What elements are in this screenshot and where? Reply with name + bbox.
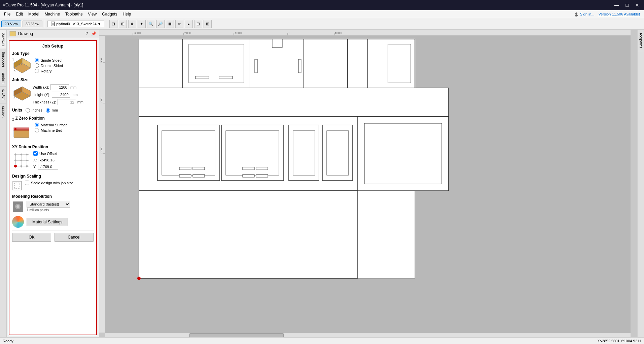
svg-point-28: [15, 160, 16, 161]
xy-datum-section: XY Datum Position: [12, 145, 94, 170]
zoom-out-button[interactable]: 🔎: [156, 20, 165, 28]
tile2-button[interactable]: ⊞: [204, 20, 212, 28]
material-settings-button[interactable]: Material Settings: [27, 218, 68, 226]
use-offset-row: Use Offset: [33, 151, 58, 156]
menu-help[interactable]: Help: [120, 11, 134, 17]
svg-point-39: [16, 205, 19, 208]
scale-design-checkbox[interactable]: [25, 181, 29, 185]
svg-rect-91: [139, 191, 358, 278]
right-tab-toolpaths[interactable]: Toolpaths: [638, 30, 644, 51]
use-offset-checkbox[interactable]: [33, 151, 38, 156]
ok-button[interactable]: OK: [12, 233, 51, 242]
z-zero-label: Z Zero Position: [15, 116, 45, 121]
svg-point-33: [26, 165, 28, 167]
canvas-svg: [105, 36, 631, 333]
x-offset-input[interactable]: [38, 157, 58, 163]
job-type-number: 1: [12, 58, 14, 62]
svg-rect-81: [243, 167, 254, 170]
job-type-single[interactable]: Single Sided: [35, 58, 63, 62]
horizontal-scrollbar[interactable]: [105, 333, 631, 337]
svg-text:500: 500: [100, 58, 103, 63]
canvas-content[interactable]: [105, 36, 631, 333]
ok-cancel-row: OK Cancel: [12, 230, 94, 242]
status-coordinates: X:-2852.5601 Y:1004.9211: [597, 339, 641, 343]
grid-button[interactable]: #: [128, 20, 136, 28]
svg-point-34: [14, 165, 17, 167]
svg-point-0: [575, 12, 577, 14]
fit-view-button[interactable]: ⊡: [109, 20, 117, 28]
svg-rect-68: [348, 39, 368, 88]
y-offset-input[interactable]: [38, 164, 58, 170]
left-tabs: Drawing Modeling Clipart Layers Sheets: [0, 30, 7, 337]
edit-vectors-button[interactable]: ✏: [175, 20, 183, 28]
points-label: 1 million points: [27, 208, 70, 212]
tile-button[interactable]: ⊟: [194, 20, 202, 28]
job-type-options: Single Sided Double Sided Rotary: [35, 58, 63, 73]
menu-file[interactable]: File: [1, 11, 13, 17]
view-2d-button[interactable]: 2D View: [1, 21, 21, 27]
tab-sheets[interactable]: Sheets: [0, 103, 6, 120]
units-mm[interactable]: mm: [46, 108, 58, 113]
svg-point-26: [21, 154, 22, 156]
node-edit-button[interactable]: ⬥: [185, 20, 193, 28]
z-zero-material[interactable]: Material Surface: [35, 123, 68, 127]
svg-rect-76: [193, 167, 205, 170]
job-type-rotary[interactable]: Rotary: [35, 69, 63, 73]
job-size-section: Job Size Tz X Width (X): mm: [12, 77, 94, 113]
job-type-double[interactable]: Double Sided: [35, 63, 63, 68]
signin-button[interactable]: Sign in...: [574, 12, 595, 17]
menu-view[interactable]: View: [85, 11, 99, 17]
modeling-resolution-select[interactable]: Standard (fastest) High Very High Highes…: [27, 201, 70, 208]
view-3d-button[interactable]: 3D View: [23, 21, 42, 27]
menu-model[interactable]: Model: [26, 11, 42, 17]
menu-bar: File Edit Model Machine Toolpaths View G…: [0, 10, 644, 18]
units-inches[interactable]: inches: [26, 108, 42, 113]
zoom-selection-button[interactable]: ⊞: [119, 20, 127, 28]
canvas-area[interactable]: -3000 -2000 -1000 0 1000 500 -500 -1500: [99, 30, 637, 337]
close-button[interactable]: ✕: [633, 2, 641, 8]
scrollbar-thumb[interactable]: [189, 333, 284, 337]
maximize-button[interactable]: □: [624, 2, 631, 8]
ruler-v-svg: 500 -500 -1500: [99, 36, 105, 333]
tab-layers[interactable]: Layers: [0, 86, 6, 103]
file-selector[interactable]: plyfinal01 v13_Sketch24 ▼: [47, 21, 104, 27]
thickness-label: Thickness (Z):: [33, 100, 56, 104]
modeling-icon: [12, 201, 24, 213]
svg-rect-88: [327, 131, 349, 175]
menu-toolpaths[interactable]: Toolpaths: [63, 11, 85, 17]
svg-rect-71: [139, 88, 449, 117]
menu-machine[interactable]: Machine: [42, 11, 63, 17]
tab-modeling[interactable]: Modeling: [0, 49, 6, 70]
panel-help[interactable]: ?: [85, 31, 88, 36]
tab-clipart[interactable]: Clipart: [0, 70, 6, 86]
thickness-unit: mm: [77, 100, 83, 104]
zoom-fit-button[interactable]: ⊠: [166, 20, 174, 28]
snap-button[interactable]: ✦: [138, 20, 146, 28]
cancel-button[interactable]: Cancel: [55, 233, 94, 242]
version-badge[interactable]: Version 11.506 Available!: [599, 12, 640, 16]
job-size-label: Job Size: [12, 77, 94, 82]
z-zero-section: 2 Z Zero Position Material Surface: [12, 116, 94, 141]
thickness-input[interactable]: [58, 99, 76, 105]
width-input[interactable]: [50, 84, 69, 90]
svg-rect-64: [272, 39, 282, 48]
svg-text:-3000: -3000: [133, 31, 141, 35]
material-settings-row: Material Settings: [12, 216, 94, 228]
xy-datum-label: XY Datum Position: [12, 145, 94, 149]
minimize-button[interactable]: —: [612, 2, 621, 8]
toolbar-separator-2: [107, 20, 107, 28]
height-unit: mm: [72, 93, 78, 97]
x-offset-row: X:: [33, 157, 58, 163]
z-zero-machine[interactable]: Machine Bed: [35, 128, 68, 132]
svg-text:0: 0: [288, 31, 289, 35]
menu-edit[interactable]: Edit: [13, 11, 26, 17]
height-input[interactable]: [52, 92, 70, 98]
zoom-in-button[interactable]: 🔍: [147, 20, 155, 28]
menu-gadgets[interactable]: Gadgets: [99, 11, 120, 17]
panel-pin[interactable]: 📌: [91, 31, 96, 36]
x-offset-label: X:: [33, 158, 37, 162]
height-row: Height (Y): mm: [33, 92, 83, 98]
tab-drawing[interactable]: Drawing: [0, 30, 6, 49]
svg-rect-75: [179, 167, 191, 170]
scale-design-checkbox-row[interactable]: Scale design with job size: [25, 181, 73, 185]
